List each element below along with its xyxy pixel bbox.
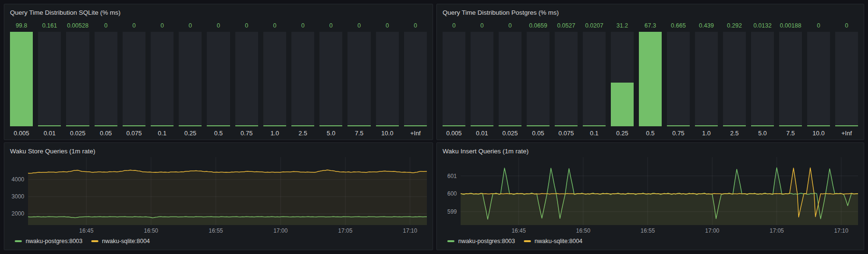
plot-svg: [461, 157, 858, 225]
bar-category-label: 0.025: [66, 126, 89, 137]
bar-value-label: 0: [207, 19, 230, 32]
bar-fill: [291, 125, 314, 126]
bar-fill: [376, 125, 399, 126]
bar-value-label: 0: [404, 19, 427, 32]
bar-track: [319, 32, 342, 126]
bar-track: [779, 32, 802, 126]
x-tick-label: 16:50: [144, 227, 158, 234]
bar-value-label: 0: [263, 19, 286, 32]
series-area-nwaku-sqlite:8004: [28, 170, 427, 225]
bar-track: [347, 32, 370, 126]
bar-track: [10, 32, 33, 126]
bar-category-label: 2.5: [291, 126, 314, 137]
bar-fill: [835, 125, 858, 126]
y-tick-label: 2000: [11, 210, 24, 217]
bar-column: 0.4391.0: [695, 19, 718, 137]
bar-fill: [583, 125, 606, 126]
bar-value-label: 0: [235, 19, 258, 32]
bar-fill: [10, 32, 33, 126]
bar-column: 00.005: [443, 19, 465, 137]
panel-title[interactable]: Waku Store Queries (1m rate): [10, 147, 96, 156]
legend-item[interactable]: nwaku-sqlite:8004: [91, 238, 150, 245]
bar-track: [66, 32, 89, 126]
bar-column: 0+Inf: [404, 19, 427, 137]
x-tick-label: 17:00: [705, 227, 719, 234]
bar-category-label: +Inf: [835, 126, 858, 137]
legend: nwaku-postgres:8003nwaku-sqlite:8004: [443, 235, 858, 247]
bar-track: [38, 32, 61, 126]
bar-fill: [207, 125, 230, 126]
bar-fill: [235, 125, 258, 126]
bar-track: [667, 32, 690, 126]
panel-waku-insert-queries: Waku Insert Queries (1m rate) 599600601 …: [436, 142, 864, 250]
bar-column: 0.2922.5: [723, 19, 746, 137]
bar-value-label: 0: [179, 19, 202, 32]
bar-column: 00.01: [471, 19, 493, 137]
bar-category-label: 0.1: [583, 126, 606, 137]
x-tick-label: 17:05: [338, 227, 352, 234]
bar-track: [207, 32, 230, 126]
bar-category-label: 7.5: [347, 126, 370, 137]
bar-column: 00.75: [235, 19, 258, 137]
bar-track: [404, 32, 427, 126]
bar-column: 00.5: [207, 19, 230, 137]
bar-track: [723, 32, 746, 126]
bar-column: 00.025: [499, 19, 521, 137]
bar-value-label: 0.0659: [527, 19, 550, 32]
bar-category-label: 0.005: [10, 126, 33, 137]
plot-svg: [28, 157, 427, 225]
bar-track: [179, 32, 202, 126]
bar-track: [835, 32, 858, 126]
bar-column: 0.6650.75: [667, 19, 690, 137]
bar-category-label: 0.5: [207, 126, 230, 137]
bar-track: [751, 32, 774, 126]
legend-item[interactable]: nwaku-postgres:8003: [15, 238, 83, 245]
bar-track: [151, 32, 174, 126]
bar-value-label: 0: [471, 19, 493, 32]
bar-value-label: 0.0207: [583, 19, 606, 32]
panel-query-time-distribution-postgres: Query Time Distribution Postgres (% ms) …: [436, 4, 864, 140]
bar-column: 0.001887.5: [779, 19, 802, 137]
x-tick-label: 16:50: [576, 227, 590, 234]
bar-column: 99.80.005: [10, 19, 33, 137]
bar-column: 01.0: [263, 19, 286, 137]
x-tick-label: 17:10: [834, 227, 849, 234]
panel-title[interactable]: Query Time Distribution Postgres (% ms): [443, 8, 559, 18]
bar-column: 0.02070.1: [583, 19, 606, 137]
y-axis: 599600601: [443, 157, 461, 225]
legend-series-dash: [91, 240, 98, 242]
bar-gauge-chart: 99.80.0050.1610.010.005280.02500.0500.07…: [10, 19, 427, 137]
bar-fill: [38, 125, 61, 126]
bar-value-label: 0.292: [723, 19, 746, 32]
bar-track: [235, 32, 258, 126]
legend-series-label: nwaku-postgres:8003: [458, 238, 515, 245]
bar-gauge-chart: 00.00500.0100.0250.06590.050.05270.0750.…: [443, 19, 858, 137]
y-tick-label: 3000: [11, 193, 24, 200]
x-tick-label: 16:55: [209, 227, 223, 234]
bar-fill: [695, 125, 718, 126]
bar-category-label: 0.75: [235, 126, 258, 137]
panel-title[interactable]: Query Time Distribution SQLite (% ms): [10, 8, 121, 18]
bar-fill: [639, 32, 662, 126]
bar-category-label: 0.025: [499, 126, 521, 137]
bar-value-label: 0: [443, 19, 465, 32]
legend-item[interactable]: nwaku-sqlite:8004: [524, 238, 583, 245]
bar-fill: [263, 125, 286, 126]
bar-value-label: 0.161: [38, 19, 61, 32]
bar-fill: [404, 125, 427, 126]
x-axis: 16:4516:5016:5517:0017:0517:10: [443, 225, 858, 235]
bar-track: [376, 32, 399, 126]
bar-category-label: 1.0: [695, 126, 718, 137]
panel-query-time-distribution-sqlite: Query Time Distribution SQLite (% ms) 99…: [4, 4, 433, 140]
bar-column: 00.075: [123, 19, 145, 137]
bar-category-label: +Inf: [404, 126, 427, 137]
time-series-chart: 599600601 16:4516:5016:5517:0017:0517:10…: [443, 157, 858, 247]
legend-item[interactable]: nwaku-postgres:8003: [447, 238, 515, 245]
time-series-chart: 200030004000 16:4516:5016:5517:0017:0517…: [10, 157, 427, 247]
bar-value-label: 0.00528: [66, 19, 89, 32]
panel-title[interactable]: Waku Insert Queries (1m rate): [443, 147, 529, 156]
panel-waku-store-queries: Waku Store Queries (1m rate) 20003000400…: [4, 142, 433, 250]
bar-track: [527, 32, 550, 126]
x-tick-label: 17:05: [770, 227, 784, 234]
bar-value-label: 0.0132: [751, 19, 774, 32]
